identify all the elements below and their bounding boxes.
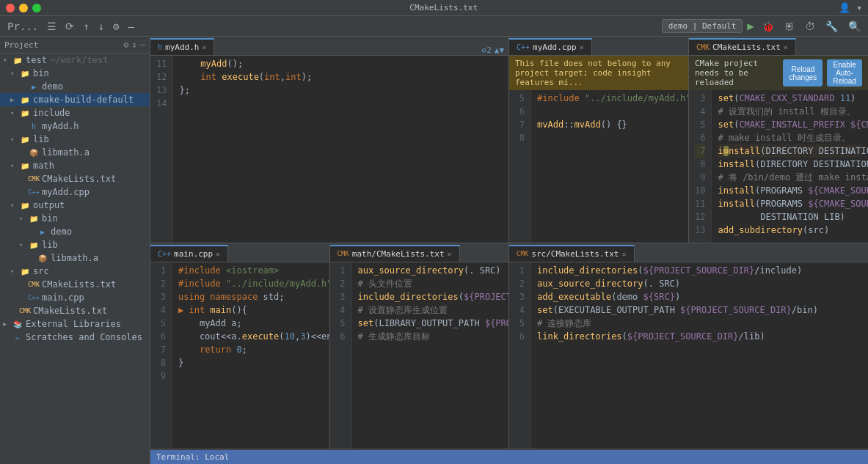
lib-icon-libmath: 📦 — [28, 147, 40, 158]
cmake-icon[interactable]: 🔧 — [823, 19, 841, 34]
menu-icon[interactable]: ☰ — [44, 19, 59, 34]
run-nav-up[interactable]: ▲ — [495, 45, 500, 55]
sidebar-item-scratches[interactable]: ✏ Scratches and Consoles — [0, 331, 150, 344]
sidebar-item-cmake-src[interactable]: CMK CMakeLists.txt — [0, 278, 150, 291]
code-area-src-cmake[interactable]: 1 2 3 4 5 6 include_directories(${PROJEC… — [509, 262, 868, 449]
reload-changes-button[interactable]: Reload changes — [783, 59, 823, 86]
user-icon[interactable]: 👤 ▾ — [839, 2, 862, 13]
sidebar-item-myadd-cpp[interactable]: C++ myAdd.cpp — [0, 185, 150, 199]
tab-close-math-cmake[interactable]: ✕ — [448, 250, 452, 258]
cmake-line-7: i⚙nstall(DIRECTORY DESTINATION bin) — [718, 144, 862, 158]
tab-cmake-root[interactable]: CMK CMakeLists.txt ✕ — [689, 38, 796, 55]
notification-text-cmake: CMake project needs to be reloaded — [695, 59, 777, 87]
profile-icon[interactable]: ⏱ — [802, 19, 818, 34]
sidebar-item-output[interactable]: ▾ 📁 output — [0, 199, 150, 212]
sidebar-item-label-demo-bin: demo — [42, 81, 63, 92]
sidebar-item-cmake-build[interactable]: ▶ 📁 cmake-build-default — [0, 93, 150, 106]
code-area-main-cpp[interactable]: 1 2 3 4 5 6 7 8 9 #include — [150, 262, 329, 449]
sidebar-item-bin[interactable]: ▾ 📁 bin — [0, 67, 150, 80]
tab-icon-src-cmake: CMK — [517, 250, 528, 257]
sidebar-item-include[interactable]: ▾ 📁 include — [0, 106, 150, 119]
code-area-math-cmake[interactable]: 1 2 3 4 5 6 aux_source_directory(. SRC) … — [330, 262, 509, 449]
line-numbers-main-cpp: 1 2 3 4 5 6 7 8 9 — [150, 262, 172, 449]
folder-icon-math: 📁 — [19, 161, 31, 171]
sidebar-item-demo-bin[interactable]: ▶ demo — [0, 80, 150, 93]
notification-cmake: CMake project needs to be reloaded Reloa… — [689, 56, 868, 90]
sidebar-item-src[interactable]: ▾ 📁 src — [0, 265, 150, 278]
maximize-window-button[interactable] — [32, 4, 41, 12]
coverage-icon[interactable]: ⛨ — [781, 19, 798, 34]
folder-icon-lib2: 📁 — [28, 240, 40, 250]
sidebar-item-test[interactable]: ▾ 📁 test ~/work/test — [0, 54, 150, 67]
sidebar-title: Project — [4, 40, 120, 50]
src-cmake-line-6: link_directories(${PROJECT_SOURCE_DIR}/l… — [537, 330, 862, 343]
sidebar-item-bin2[interactable]: ▾ 📁 bin — [0, 212, 150, 225]
collapse-icon[interactable]: — — [125, 19, 136, 34]
sidebar-item-label-libmath2: libmath.a — [51, 253, 98, 263]
sidebar-item-cmake-math[interactable]: CMK CMakeLists.txt — [0, 172, 150, 185]
sync-icon[interactable]: ⟳ — [62, 19, 77, 34]
math-cmake-line-2: # 头文件位置 — [358, 277, 503, 290]
tab-close-src-cmake[interactable]: ✕ — [621, 250, 626, 258]
sidebar-gear-icon[interactable]: ⚙ — [123, 40, 128, 50]
code-line-c8 — [537, 131, 682, 144]
cmake-line-10: install(PROGRAMS ${CMAKE_SOURCE_DIR}/bin… — [718, 184, 862, 197]
autoreload-button[interactable]: Enable Auto-Reload — [827, 59, 862, 86]
tab-src-cmake[interactable]: CMK src/CMakeLists.txt ✕ — [509, 245, 635, 262]
code-area-cmake-root[interactable]: 3 4 5 6 7 8 9 10 11 12 13 — [689, 90, 868, 243]
expand-arrow-bin: ▾ — [10, 70, 19, 77]
code-lines-src-cmake: include_directories(${PROJECT_SOURCE_DIR… — [531, 262, 868, 449]
tab-myadd-h[interactable]: h myAdd.h ✕ — [150, 38, 214, 55]
sidebar-item-cmake-root[interactable]: CMK CMakeLists.txt — [0, 304, 150, 317]
sidebar-item-main-cpp[interactable]: C++ main.cpp — [0, 291, 150, 304]
minimize-window-button[interactable] — [19, 4, 28, 12]
content-area: h myAdd.h ✕ ⊙ 2 ▲ ▼ 11 12 — [150, 37, 868, 464]
folder-icon-cmake-build: 📁 — [19, 95, 31, 105]
sidebar-item-external-libs[interactable]: ▶ 📚 External Libraries — [0, 317, 150, 331]
sidebar-item-label-src: src — [33, 266, 49, 276]
sidebar-item-myadd-h[interactable]: h myAdd.h — [0, 119, 150, 133]
up-icon[interactable]: ↑ — [80, 19, 92, 34]
down-icon[interactable]: ↓ — [95, 19, 107, 34]
title-bar: CMakeLists.txt 👤 ▾ — [0, 0, 868, 16]
notification-actions: Reload changes Enable Auto-Reload — [783, 59, 862, 86]
toolbar-right: demo | Default ▶ 🐞 ⛨ ⏱ 🔧 🔍 — [662, 19, 864, 34]
tab-close-myadd-cpp[interactable]: ✕ — [580, 43, 584, 51]
run-nav-down[interactable]: ▼ — [499, 45, 504, 55]
sidebar-item-math[interactable]: ▾ 📁 math — [0, 159, 150, 172]
sidebar-item-label-bin2: bin — [42, 213, 58, 224]
sidebar-sort-icon[interactable]: ↕ — [132, 40, 137, 50]
code-lines-math-cmake: aux_source_directory(. SRC) # 头文件位置 incl… — [352, 262, 509, 449]
tab-close-cmake-root[interactable]: ✕ — [784, 43, 788, 51]
sidebar-item-libmath-a[interactable]: 📦 libmath.a — [0, 146, 150, 159]
expand-arrow-bin2: ▾ — [19, 215, 28, 222]
debug-icon[interactable]: 🐞 — [759, 19, 777, 34]
sidebar-item-demo2[interactable]: ▶ demo — [0, 225, 150, 238]
tab-close-myadd-h[interactable]: ✕ — [202, 43, 206, 51]
project-label[interactable]: Pr... — [4, 19, 41, 34]
sidebar-item-label-libmath: libmath.a — [42, 147, 90, 158]
settings-icon[interactable]: ⚙ — [110, 19, 122, 34]
tab-myadd-cpp[interactable]: C++ myAdd.cpp ✕ — [509, 38, 592, 55]
tab-icon-main-cpp: C++ — [158, 250, 171, 258]
tab-icon-cmake-root: CMK — [696, 43, 710, 51]
sidebar-item-libmath2[interactable]: 📦 libmath.a — [0, 251, 150, 265]
tab-math-cmake[interactable]: CMK math/CMakeLists.txt ✕ — [330, 245, 460, 262]
folder-icon-test: 📁 — [12, 55, 23, 65]
code-area-myadd-h[interactable]: 11 12 13 14 myAdd(); int execute(int,int… — [150, 56, 508, 243]
tab-main-cpp[interactable]: C++ main.cpp ✕ — [150, 245, 228, 262]
run-button[interactable]: ▶ — [747, 19, 754, 33]
tab-close-main-cpp[interactable]: ✕ — [216, 250, 220, 258]
close-window-button[interactable] — [6, 4, 15, 12]
math-cmake-line-1: aux_source_directory(. SRC) — [358, 264, 503, 277]
tab-label-math-cmake: math/CMakeLists.txt — [352, 249, 445, 259]
code-area-myadd-cpp[interactable]: 5 6 7 8 #include "../include/myAdd.h" mv… — [509, 90, 688, 243]
sidebar-item-lib[interactable]: ▾ 📁 lib — [0, 133, 150, 146]
search-everywhere-icon[interactable]: 🔍 — [845, 19, 864, 34]
tab-label-myadd-cpp: myAdd.cpp — [533, 43, 577, 52]
run-config-dropdown[interactable]: demo | Default — [662, 19, 743, 33]
window-controls[interactable] — [6, 4, 41, 12]
file-icon-demo-bin: ▶ — [28, 81, 40, 92]
sidebar-collapse-icon[interactable]: — — [140, 40, 145, 50]
sidebar-item-lib2[interactable]: ▾ 📁 lib — [0, 238, 150, 251]
